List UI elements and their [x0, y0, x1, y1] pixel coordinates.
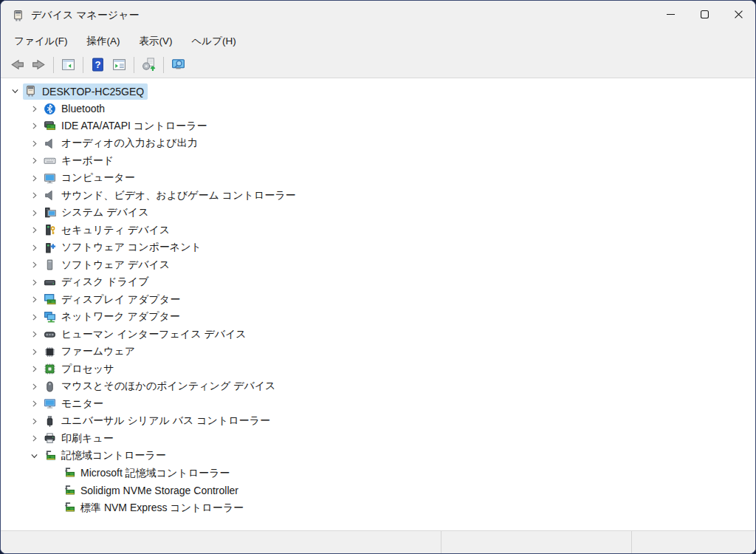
- tree-item[interactable]: ユニバーサル シリアル バス コントローラー: [1, 413, 755, 431]
- tree-item[interactable]: ネットワーク アダプター: [1, 309, 755, 326]
- chevron-right-icon[interactable]: [26, 433, 42, 445]
- title-bar: デバイス マネージャー: [1, 1, 755, 30]
- chevron-right-icon[interactable]: [26, 276, 42, 288]
- row-content[interactable]: システム デバイス: [42, 205, 153, 221]
- menu-item-view[interactable]: 表示(V): [132, 33, 180, 50]
- tree-item-label: ソフトウェア デバイス: [61, 259, 170, 272]
- tree-item[interactable]: コンピューター: [1, 170, 755, 188]
- row-content[interactable]: セキュリティ デバイス: [42, 222, 173, 239]
- row-content[interactable]: 標準 NVM Express コントローラー: [61, 500, 247, 516]
- chevron-right-icon[interactable]: [26, 398, 42, 410]
- chevron-right-icon[interactable]: [26, 155, 42, 167]
- row-content[interactable]: オーディオの入力および出力: [42, 135, 202, 151]
- maximize-button[interactable]: [687, 1, 721, 29]
- tree-item[interactable]: Microsoft 記憶域コントローラー: [1, 465, 755, 482]
- row-content[interactable]: ディスク ドライブ: [42, 274, 153, 290]
- help-button[interactable]: ?: [87, 55, 109, 75]
- tree-item[interactable]: ヒューマン インターフェイス デバイス: [1, 326, 755, 343]
- chevron-right-icon[interactable]: [26, 207, 42, 219]
- chevron-right-icon[interactable]: [26, 259, 42, 271]
- chevron-right-icon[interactable]: [26, 329, 42, 341]
- chevron-right-icon[interactable]: [26, 363, 42, 375]
- processor-icon: [44, 363, 56, 375]
- help-icon: ?: [90, 57, 106, 72]
- chevron-right-icon[interactable]: [26, 415, 42, 427]
- minimize-button[interactable]: [653, 1, 687, 29]
- tree-item[interactable]: サウンド、ビデオ、およびゲーム コントローラー: [1, 187, 755, 205]
- close-button[interactable]: [721, 1, 755, 29]
- row-content[interactable]: キーボード: [42, 153, 117, 169]
- network-adapter-icon: [44, 311, 56, 324]
- chevron-right-icon[interactable]: [26, 172, 42, 184]
- row-content[interactable]: ソフトウェア デバイス: [42, 257, 173, 273]
- chevron-right-icon[interactable]: [26, 190, 42, 202]
- tree-item[interactable]: DESKTOP-HC25GEQ: [1, 83, 755, 100]
- search-computer-icon: [171, 57, 186, 72]
- chevron-right-icon[interactable]: [26, 120, 42, 132]
- status-pane: [632, 531, 755, 553]
- tree-item-label: ディスプレイ アダプター: [61, 293, 180, 307]
- row-content[interactable]: プロセッサ: [42, 361, 118, 377]
- row-content[interactable]: IDE ATA/ATAPI コントローラー: [42, 118, 210, 134]
- tree-item[interactable]: ファームウェア: [1, 343, 755, 361]
- row-content[interactable]: コンピューター: [42, 170, 139, 186]
- row-content[interactable]: Bluetooth: [42, 100, 109, 117]
- row-content[interactable]: ソフトウェア コンポーネント: [42, 239, 205, 256]
- tree-item[interactable]: ディスク ドライブ: [1, 274, 755, 292]
- menu-item-help[interactable]: ヘルプ(H): [185, 33, 244, 50]
- row-content[interactable]: マウスとそのほかのポインティング デバイス: [42, 378, 279, 394]
- row-content[interactable]: ファームウェア: [42, 343, 139, 360]
- tree-item[interactable]: ソフトウェア コンポーネント: [1, 239, 755, 257]
- row-content[interactable]: ヒューマン インターフェイス デバイス: [42, 326, 250, 343]
- properties-button[interactable]: [109, 55, 130, 75]
- scan-hardware-changes-button[interactable]: [138, 55, 159, 75]
- row-content[interactable]: モニター: [42, 396, 107, 412]
- tree-item-label: セキュリティ デバイス: [61, 224, 170, 237]
- tree-item[interactable]: システム デバイス: [1, 205, 755, 222]
- svg-text:?: ?: [94, 59, 100, 70]
- selected-row-content[interactable]: DESKTOP-HC25GEQ: [23, 83, 148, 100]
- chevron-right-icon[interactable]: [26, 380, 42, 392]
- chevron-right-icon[interactable]: [26, 346, 42, 358]
- tree-item[interactable]: プロセッサ: [1, 360, 755, 378]
- chevron-down-icon[interactable]: [7, 86, 23, 98]
- tree-item[interactable]: Bluetooth: [1, 100, 755, 118]
- row-content[interactable]: Microsoft 記憶域コントローラー: [61, 465, 233, 482]
- tree-item[interactable]: 記憶域コントローラー: [1, 448, 755, 465]
- chevron-right-icon[interactable]: [26, 225, 42, 236]
- tree-item[interactable]: オーディオの入力および出力: [1, 135, 755, 153]
- firmware-icon: [44, 346, 56, 358]
- row-content[interactable]: ユニバーサル シリアル バス コントローラー: [42, 413, 274, 429]
- search-computer-button[interactable]: [168, 55, 189, 75]
- menu-item-file[interactable]: ファイル(F): [7, 33, 75, 50]
- chevron-right-icon[interactable]: [26, 137, 42, 149]
- row-content[interactable]: 印刷キュー: [42, 431, 117, 447]
- chevron-down-icon[interactable]: [26, 450, 42, 462]
- usb-controller-icon: [44, 415, 56, 428]
- tree-item[interactable]: Solidigm NVMe Storage Controller: [1, 482, 755, 500]
- tree-item[interactable]: キーボード: [1, 152, 755, 170]
- menu-item-action[interactable]: 操作(A): [80, 33, 128, 50]
- toolbar-separator: [163, 57, 164, 73]
- row-content[interactable]: ネットワーク アダプター: [42, 309, 184, 325]
- tree-item[interactable]: 標準 NVM Express コントローラー: [1, 499, 755, 517]
- tree-item[interactable]: セキュリティ デバイス: [1, 222, 755, 239]
- show-console-tree-button[interactable]: [58, 55, 79, 75]
- tree-item[interactable]: ディスプレイ アダプター: [1, 291, 755, 309]
- chevron-right-icon[interactable]: [26, 311, 42, 323]
- tree-item[interactable]: マウスとそのほかのポインティング デバイス: [1, 378, 755, 396]
- row-content[interactable]: Solidigm NVMe Storage Controller: [61, 482, 242, 499]
- tree-item[interactable]: 印刷キュー: [1, 430, 755, 448]
- tree-item[interactable]: IDE ATA/ATAPI コントローラー: [1, 117, 755, 135]
- chevron-right-icon[interactable]: [26, 294, 42, 306]
- row-content[interactable]: サウンド、ビデオ、およびゲーム コントローラー: [42, 188, 299, 204]
- row-content[interactable]: 記憶域コントローラー: [42, 448, 170, 464]
- forward-button[interactable]: [28, 55, 49, 75]
- scan-hardware-icon: [141, 57, 157, 72]
- chevron-right-icon[interactable]: [26, 242, 42, 253]
- tree-item[interactable]: ソフトウェア デバイス: [1, 256, 755, 274]
- row-content[interactable]: ディスプレイ アダプター: [42, 292, 184, 308]
- back-button[interactable]: [7, 55, 28, 75]
- tree-item[interactable]: モニター: [1, 395, 755, 413]
- chevron-right-icon[interactable]: [26, 103, 42, 114]
